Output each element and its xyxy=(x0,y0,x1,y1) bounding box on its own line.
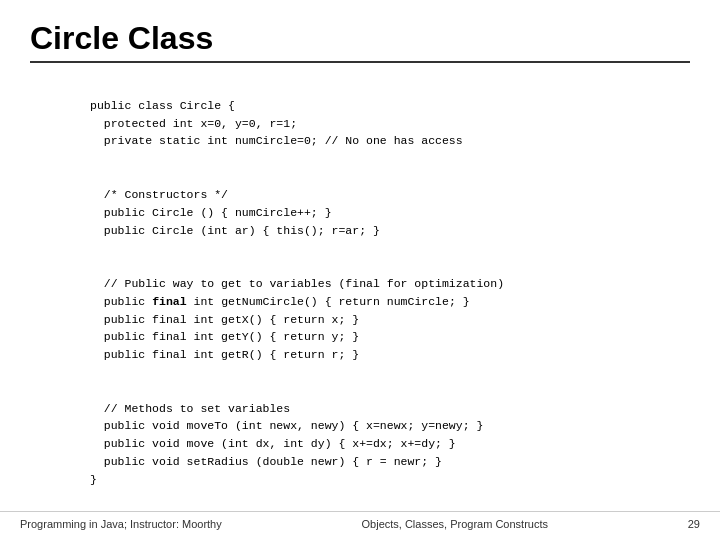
code-line-3: private static int numCircle=0; // No on… xyxy=(90,134,463,147)
footer-subject: Objects, Classes, Program Constructs xyxy=(362,518,548,530)
slide-title: Circle Class xyxy=(30,20,690,63)
code-line-5: /* Constructors */ xyxy=(90,188,228,201)
slide-container: Circle Class public class Circle { prote… xyxy=(0,0,720,540)
code-line-18: public void setRadius (double newr) { r … xyxy=(90,455,442,468)
code-line-11: public final int getX() { return x; } xyxy=(90,313,359,326)
footer-left: Programming in Java; Instructor: Moorthy xyxy=(20,518,222,530)
code-line-9: // Public way to get to variables (final… xyxy=(90,277,504,290)
code-line-6: public Circle () { numCircle++; } xyxy=(90,206,332,219)
code-line-15: // Methods to set variables xyxy=(90,402,290,415)
code-line-17: public void move (int dx, int dy) { x+=d… xyxy=(90,437,456,450)
code-line-10: public final int getNumCircle() { return… xyxy=(90,295,470,308)
code-line-1: public class Circle { xyxy=(90,99,235,112)
code-line-13: public final int getR() { return r; } xyxy=(90,348,359,361)
code-line-12: public final int getY() { return y; } xyxy=(90,330,359,343)
code-line-16: public void moveTo (int newx, newy) { x=… xyxy=(90,419,483,432)
code-line-2: protected int x=0, y=0, r=1; xyxy=(90,117,297,130)
code-block: public class Circle { protected int x=0,… xyxy=(90,79,690,507)
slide-footer: Programming in Java; Instructor: Moorthy… xyxy=(0,511,720,530)
code-line-19: } xyxy=(90,473,97,486)
footer-page: 29 xyxy=(688,518,700,530)
code-line-7: public Circle (int ar) { this(); r=ar; } xyxy=(90,224,380,237)
